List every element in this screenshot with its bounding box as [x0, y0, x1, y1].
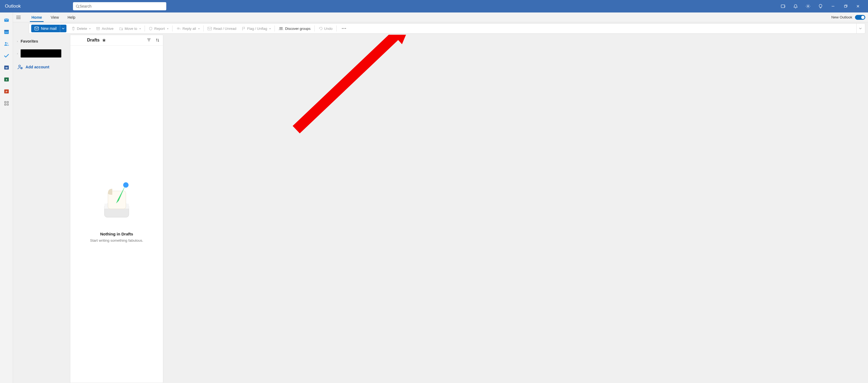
archive-label: Archive: [102, 27, 113, 31]
svg-point-15: [7, 42, 8, 44]
rail-powerpoint-icon[interactable]: P: [2, 87, 11, 96]
filter-icon[interactable]: [147, 38, 151, 42]
tips-icon[interactable]: [814, 0, 827, 12]
toolbar-overflow[interactable]: [856, 24, 864, 33]
chevron-down-icon: ▾: [269, 27, 271, 30]
search-icon: [76, 4, 80, 8]
titlebar: Outlook: [0, 0, 868, 12]
discover-groups-button[interactable]: Discover groups: [276, 25, 313, 32]
groups-icon: [279, 27, 283, 31]
toolbar-divider: [172, 26, 173, 31]
read-unread-icon: [208, 27, 212, 30]
restore-icon[interactable]: [839, 0, 852, 12]
read-unread-button[interactable]: Read / Unread: [205, 25, 239, 32]
trash-icon: [71, 27, 75, 31]
svg-rect-24: [5, 104, 6, 105]
toolbar: New mail Delete ▾ Archive Move to ▾: [29, 23, 865, 34]
svg-point-38: [344, 28, 344, 29]
search-input[interactable]: [80, 4, 163, 8]
tab-home[interactable]: Home: [27, 12, 46, 22]
folder-title: Drafts: [87, 38, 99, 42]
reading-pane: [163, 35, 868, 383]
rail-more-apps-icon[interactable]: [2, 99, 11, 108]
rail-word-icon[interactable]: W: [2, 63, 11, 72]
new-mail-label: New mail: [41, 26, 57, 31]
reply-all-button[interactable]: Reply all ▾: [174, 25, 203, 32]
svg-point-35: [280, 27, 281, 28]
svg-point-39: [345, 28, 346, 29]
reply-all-icon: [176, 27, 181, 30]
svg-rect-25: [7, 104, 8, 105]
discover-groups-label: Discover groups: [285, 27, 311, 31]
toolbar-divider: [145, 26, 145, 31]
svg-point-40: [19, 65, 20, 67]
message-list: Drafts: [70, 35, 163, 383]
add-account-button[interactable]: Add account: [14, 62, 68, 72]
new-outlook-toggle[interactable]: [855, 15, 865, 20]
move-to-label: Move to: [125, 27, 137, 31]
empty-subtext: Start writing something fabulous.: [90, 238, 143, 243]
move-to-button[interactable]: Move to ▾: [116, 25, 144, 32]
toolbar-divider: [336, 26, 337, 31]
more-options-button[interactable]: [338, 25, 350, 32]
svg-point-36: [281, 27, 282, 28]
rail-todo-icon[interactable]: [2, 51, 11, 60]
svg-point-13: [7, 32, 8, 33]
empty-drafts-illustration: [98, 181, 135, 221]
meet-now-icon[interactable]: [777, 0, 789, 12]
tab-help[interactable]: Help: [63, 12, 80, 22]
star-icon[interactable]: [102, 38, 106, 42]
close-icon[interactable]: [852, 0, 864, 12]
rail-calendar-icon[interactable]: [2, 27, 11, 36]
move-to-icon: [119, 27, 123, 31]
svg-point-50: [123, 182, 129, 188]
shield-icon: [149, 27, 153, 31]
empty-state: Nothing in Drafts Start writing somethin…: [70, 45, 163, 383]
svg-point-37: [342, 28, 343, 29]
settings-icon[interactable]: [802, 0, 814, 12]
favorites-label: Favorites: [21, 39, 38, 43]
archive-button[interactable]: Archive: [93, 25, 116, 32]
svg-rect-6: [844, 5, 846, 7]
chevron-down-icon: ▾: [198, 27, 199, 30]
hamburger-icon[interactable]: [13, 15, 24, 19]
menu-tabs: Home View Help: [24, 12, 80, 22]
account-name-redacted: [21, 50, 61, 58]
rail-mail-icon[interactable]: [2, 15, 11, 24]
new-mail-dropdown[interactable]: [60, 25, 66, 32]
flag-unflag-button[interactable]: Flag / Unflag ▾: [239, 25, 273, 32]
new-mail-button[interactable]: New mail: [31, 25, 60, 32]
svg-point-12: [6, 32, 6, 33]
favorites-row[interactable]: › Favorites: [14, 37, 68, 45]
svg-line-1: [78, 7, 79, 8]
rail-excel-icon[interactable]: X: [2, 75, 11, 84]
delete-label: Delete: [77, 27, 87, 31]
report-button[interactable]: Report ▾: [146, 25, 171, 32]
chevron-right-icon: ›: [16, 52, 19, 55]
minimize-icon[interactable]: [827, 0, 839, 12]
svg-rect-2: [781, 5, 785, 8]
ellipsis-icon: [341, 28, 346, 29]
svg-point-11: [5, 32, 6, 33]
account-row[interactable]: ›: [14, 48, 68, 59]
search-box[interactable]: [73, 2, 166, 10]
undo-label: Undo: [324, 27, 333, 31]
svg-rect-22: [5, 101, 6, 103]
svg-text:X: X: [5, 78, 7, 81]
delete-button[interactable]: Delete ▾: [69, 25, 94, 32]
svg-line-51: [296, 35, 402, 130]
chevron-down-icon: ▾: [140, 27, 141, 30]
undo-button[interactable]: Undo: [316, 25, 335, 32]
sort-icon[interactable]: [155, 38, 160, 42]
toolbar-divider: [204, 26, 204, 31]
archive-icon: [96, 27, 100, 31]
titlebar-right-icons: [777, 0, 864, 12]
svg-point-3: [807, 6, 809, 7]
chevron-down-icon: [859, 28, 862, 29]
add-person-icon: [18, 65, 23, 69]
rail-people-icon[interactable]: [2, 39, 11, 48]
left-app-rail: W X P: [0, 12, 13, 383]
tab-view[interactable]: View: [46, 12, 63, 22]
chevron-down-icon: ▾: [89, 27, 91, 30]
notifications-icon[interactable]: [789, 0, 802, 12]
